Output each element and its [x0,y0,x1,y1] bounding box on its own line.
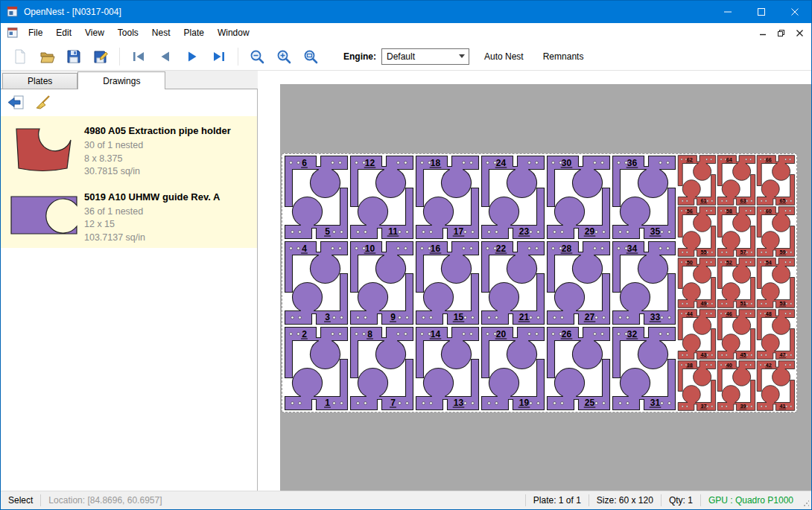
tab-plates[interactable]: Plates [2,73,77,89]
drill-hole [760,159,761,160]
nested-part-pair[interactable]: 6463 [717,156,755,205]
zoom-fit-button[interactable] [297,45,324,68]
drill-hole [464,316,467,319]
menu-nest[interactable]: Nest [145,23,177,42]
nested-part-pair[interactable]: 1817 [416,156,479,239]
part-number: 39 [740,403,746,409]
drill-hole [786,200,787,202]
nested-part-pair[interactable]: 65 [285,156,348,239]
open-button[interactable] [34,45,60,68]
minimize-button[interactable] [711,1,744,23]
titlebar: OpenNest - [N0317-004] [1,1,811,23]
nested-part-pair[interactable]: 4847 [757,310,794,360]
nested-part-pair[interactable]: 109 [351,242,413,325]
drill-hole [486,162,489,165]
mdi-restore-button[interactable] [773,26,789,40]
nested-part-pair[interactable]: 3635 [613,156,676,239]
nested-part-pair[interactable]: 3029 [548,156,610,239]
save-as-button[interactable] [87,45,114,68]
plate-status: Plate: 1 of 1 [526,491,589,509]
nest-canvas[interactable]: 6512111817242330293635431091615222128273… [258,71,811,491]
drill-hole [659,162,662,165]
mdi-close-button[interactable] [792,26,808,40]
auto-nest-button[interactable]: Auto Nest [480,51,528,62]
drill-hole [682,303,683,305]
nested-part-pair[interactable]: 21 [285,328,348,410]
menu-tools[interactable]: Tools [111,23,145,42]
menu-window[interactable]: Window [211,23,256,42]
nested-part-pair[interactable]: 4039 [717,361,755,411]
nested-part-pair[interactable]: 3231 [613,328,676,410]
go-first-button[interactable] [125,45,152,68]
go-next-button[interactable] [179,45,206,68]
part-number: 45 [740,351,746,358]
menu-view[interactable]: View [78,23,111,42]
part-number: 47 [779,351,785,358]
nested-part-pair[interactable]: 1211 [351,156,413,239]
drill-hole [711,261,712,263]
tab-drawings[interactable]: Drawings [77,71,165,89]
nested-part-pair[interactable]: 2221 [482,242,545,325]
drill-hole [667,162,670,165]
nested-part-pair[interactable]: 6059 [757,207,794,257]
part-number: 36 [627,158,638,168]
drill-hole [760,210,761,211]
drill-hole [290,247,293,250]
drill-hole [601,247,604,250]
part-number: 33 [650,312,661,322]
nested-part-pair[interactable]: 2019 [482,328,545,410]
remnants-button[interactable]: Remnants [539,51,589,62]
import-drawing-button[interactable] [4,92,27,113]
mdi-minimize-button[interactable] [755,26,770,40]
drill-hole [357,316,360,319]
nested-part-pair[interactable]: 1615 [416,242,479,325]
menu-file[interactable]: File [22,23,49,42]
nested-part-pair[interactable]: 2827 [548,242,610,325]
drawing-item-5019[interactable]: 5019 A10 UHMW guide Rev. A 36 of 1 neste… [1,182,257,249]
nested-part-pair[interactable]: 43 [285,242,348,325]
zoom-in-button[interactable] [270,45,297,68]
menu-plate[interactable]: Plate [177,23,211,42]
zoom-out-button[interactable] [244,45,270,68]
nested-part-pair[interactable]: 5655 [678,207,715,257]
drill-hole [786,303,787,305]
drill-hole [706,159,708,160]
maximize-button[interactable] [744,1,778,23]
nested-part-pair[interactable]: 5453 [757,258,794,308]
nested-part-pair[interactable]: 2423 [482,156,545,239]
drill-hole [554,402,556,405]
resize-grip[interactable] [801,491,811,509]
clean-button[interactable] [31,92,54,113]
drill-hole [399,402,402,405]
nested-part-pair[interactable]: 5857 [717,207,755,257]
drill-hole [721,200,723,202]
nested-part-pair[interactable]: 6665 [757,156,794,205]
menu-edit[interactable]: Edit [49,23,78,42]
grip-dots-icon [803,500,809,507]
nested-part-pair[interactable]: 5049 [678,258,715,308]
nested-part-pair[interactable]: 4241 [757,361,794,411]
nested-part-pair[interactable]: 87 [351,328,413,410]
close-button[interactable] [778,1,811,23]
drill-hole [290,333,293,336]
nested-part-pair[interactable]: 4443 [678,310,715,360]
nested-part-pair[interactable]: 4645 [717,310,755,360]
new-button[interactable] [7,45,34,68]
drawing-area: 30.7815 sq/in [84,165,231,179]
engine-select[interactable]: Default [381,48,469,65]
canvas-background[interactable]: 6512111817242330293635431091615222128273… [280,84,811,491]
drawing-nested: 30 of 1 nested [84,139,231,153]
nested-part-pair[interactable]: 1413 [416,328,479,410]
save-button[interactable] [60,45,87,68]
part-number: 7 [390,398,396,408]
nested-part-pair[interactable]: 2625 [548,328,610,410]
nested-part-pair[interactable]: 5251 [717,258,755,308]
part-number: 42 [766,362,772,369]
drawing-item-4980[interactable]: 4980 A05 Extraction pipe holder 30 of 1 … [1,116,257,182]
nested-part-pair[interactable]: 3433 [613,242,676,325]
go-last-button[interactable] [206,45,232,68]
nested-part-pair[interactable]: 6261 [678,156,715,205]
go-previous-button[interactable] [152,45,179,68]
nested-part-pair[interactable]: 3837 [678,361,715,411]
plate[interactable]: 6512111817242330293635431091615222128273… [282,153,797,412]
